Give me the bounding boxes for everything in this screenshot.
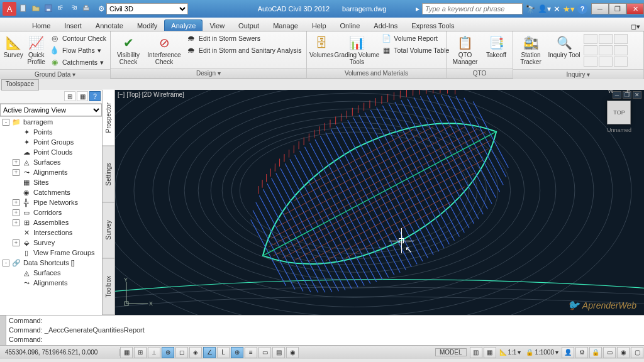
toolspace-icon-2[interactable]: ▦ xyxy=(77,91,88,101)
tab-view[interactable]: View xyxy=(203,19,231,31)
tab-insert[interactable]: Insert xyxy=(57,19,89,31)
viewport-label[interactable]: [−] [Top] [2D Wireframe] xyxy=(118,91,184,98)
search-input[interactable] xyxy=(422,3,523,14)
hardware-accel-icon[interactable]: ▭ xyxy=(603,347,616,358)
interference-check-button[interactable]: ⊘Interference Check xyxy=(145,33,184,67)
toolspace-help-icon[interactable]: ? xyxy=(89,91,101,101)
coordinates[interactable]: 455304.096, 7519646.521, 0.000 xyxy=(0,349,119,356)
inquiry-icon-9[interactable] xyxy=(614,57,628,67)
workspace-switch-icon[interactable]: ⚙ xyxy=(575,347,588,358)
storm-sewers-button[interactable]: 🌧Edit in Storm Sewers xyxy=(185,33,303,44)
catchments-button[interactable]: ◉Catchments ▾ xyxy=(48,57,108,68)
polar-toggle[interactable]: ⊕ xyxy=(162,347,174,358)
toolspace-label[interactable]: Toolspace xyxy=(1,79,39,90)
ortho-toggle[interactable]: ⟂ xyxy=(148,347,160,358)
new-icon[interactable] xyxy=(19,4,29,14)
sanitary-analysis-button[interactable]: 🌧Edit in Storm and Sanitary Analysis xyxy=(185,45,303,56)
inquiry-icon-6[interactable] xyxy=(614,45,628,55)
inquiry-tool-button[interactable]: 🔍Inquiry Tool xyxy=(547,33,581,60)
tab-online[interactable]: Online xyxy=(333,19,367,31)
command-prompt[interactable]: Command: xyxy=(9,335,641,344)
ribbon-collapse-icon[interactable]: ◻▾ xyxy=(631,23,640,31)
tree-node-surfaces[interactable]: ◬Surfaces xyxy=(0,268,102,278)
tree-node-alignments[interactable]: ⤳Alignments xyxy=(0,278,102,288)
snap-toggle[interactable]: ▦ xyxy=(120,347,133,358)
tree-node-view-frame-groups[interactable]: ▯View Frame Groups xyxy=(0,248,102,258)
tab-toolbox[interactable]: Toolbox xyxy=(103,259,114,315)
3dosnap-toggle[interactable]: ◈ xyxy=(189,347,202,358)
panel-title-inquiry[interactable]: Inquiry ▾ xyxy=(513,69,643,79)
inquiry-icon-3[interactable] xyxy=(614,34,628,44)
help-icon[interactable]: ? xyxy=(577,4,587,14)
toolspace-icon-1[interactable]: ⊞ xyxy=(64,91,75,101)
maximize-button[interactable]: ❐ xyxy=(609,3,626,14)
exchange-icon[interactable]: ✕ xyxy=(553,4,560,14)
qto-manager-button[interactable]: 📋QTO Manager xyxy=(449,33,481,67)
tree-node-data-shortcuts-[interactable]: -🔗Data Shortcuts [] xyxy=(0,258,102,268)
panel-title-design[interactable]: Design ▾ xyxy=(111,68,306,78)
quickview-layouts-icon[interactable]: ▥ xyxy=(470,347,482,358)
tree-node-points[interactable]: ✦Points xyxy=(0,127,102,137)
tab-settings[interactable]: Settings xyxy=(103,146,114,203)
tab-annotate[interactable]: Annotate xyxy=(89,19,130,31)
dyn-toggle[interactable]: ⊕ xyxy=(231,347,243,358)
grid-toggle[interactable]: ⊞ xyxy=(134,347,147,358)
qp-toggle[interactable]: ▤ xyxy=(272,347,285,358)
viewport-scale[interactable]: 🔒 1:1000▾ xyxy=(523,349,561,356)
tab-manage[interactable]: Manage xyxy=(266,19,305,31)
volumes-button[interactable]: 🗄Volumes xyxy=(309,33,333,60)
undo-icon[interactable] xyxy=(57,4,67,14)
inquiry-icon-5[interactable] xyxy=(599,45,613,55)
tab-modify[interactable]: Modify xyxy=(130,19,164,31)
flow-paths-button[interactable]: 💧Flow Paths ▾ xyxy=(48,45,108,56)
grading-volume-button[interactable]: 📊Grading Volume Tools xyxy=(335,33,379,67)
volume-table-button[interactable]: ▦Total Volume Table xyxy=(380,45,450,56)
app-icon[interactable]: A xyxy=(3,2,16,16)
tab-output[interactable]: Output xyxy=(231,19,266,31)
close-button[interactable]: ✕ xyxy=(626,3,644,14)
tree-node-sites[interactable]: ▦Sites xyxy=(0,177,102,187)
volume-report-button[interactable]: 📄Volume Report xyxy=(380,33,450,44)
tree-node-barragem[interactable]: -📁barragem xyxy=(0,117,102,127)
workspace-selector[interactable]: ⚙ Civil 3D xyxy=(98,3,188,14)
tab-help[interactable]: Help xyxy=(305,19,333,31)
view-selector[interactable]: Active Drawing View xyxy=(0,104,102,116)
print-icon[interactable] xyxy=(82,4,92,14)
station-tracker-button[interactable]: 🚉Station Tracker xyxy=(516,33,546,67)
favorite-icon[interactable]: ★▾ xyxy=(563,4,575,14)
clean-screen-icon[interactable]: ▢ xyxy=(631,347,643,358)
viewport-close-icon[interactable]: ✕ xyxy=(633,91,641,99)
drawing-canvas[interactable]: [−] [Top] [2D Wireframe] ─ ❐ ✕ WE TOP Un… xyxy=(115,90,644,315)
save-icon[interactable] xyxy=(44,4,54,14)
annoscale-icon[interactable]: 👤 xyxy=(562,347,574,358)
open-icon[interactable] xyxy=(31,4,42,14)
tree-node-point-clouds[interactable]: ☁Point Clouds xyxy=(0,147,102,157)
tab-addins[interactable]: Add-Ins xyxy=(367,19,404,31)
tree-node-survey[interactable]: +⬙Survey xyxy=(0,238,102,248)
signin-icon[interactable]: 👤▾ xyxy=(538,4,551,13)
binoculars-icon[interactable]: 🔭 xyxy=(525,4,535,14)
contour-check-button[interactable]: ◎Contour Check xyxy=(48,33,108,44)
tree-node-intersections[interactable]: ✕Intersections xyxy=(0,228,102,238)
toolbar-lock-icon[interactable]: 🔒 xyxy=(589,347,602,358)
survey-button[interactable]: 📐Survey xyxy=(3,33,24,60)
tpy-toggle[interactable]: ▭ xyxy=(258,347,271,358)
tab-home[interactable]: Home xyxy=(25,19,57,31)
quickview-drawings-icon[interactable]: ▦ xyxy=(484,347,496,358)
osnap-toggle[interactable]: ◻ xyxy=(175,347,188,358)
sc-toggle[interactable]: ◉ xyxy=(286,347,299,358)
redo-icon[interactable] xyxy=(69,4,79,14)
tab-analyze[interactable]: Analyze xyxy=(164,19,203,31)
panel-title-ground[interactable]: Ground Data ▾ xyxy=(0,69,110,79)
annotation-scale[interactable]: 📐 1:1▾ xyxy=(497,349,524,356)
quick-profile-button[interactable]: 📈Quick Profile xyxy=(25,33,47,67)
tree-node-pipe-networks[interactable]: +╬Pipe Networks xyxy=(0,197,102,207)
inquiry-icon-1[interactable] xyxy=(584,34,597,44)
ducs-toggle[interactable]: L xyxy=(217,347,230,358)
view-cube[interactable]: WE TOP Unnamed xyxy=(607,102,631,133)
tab-prospector[interactable]: Prospector xyxy=(103,90,114,146)
tree-node-assemblies[interactable]: +⊞Assemblies xyxy=(0,217,102,228)
inquiry-icon-8[interactable] xyxy=(599,57,613,67)
model-space-button[interactable]: MODEL xyxy=(435,348,467,356)
lwt-toggle[interactable]: ≡ xyxy=(245,347,257,358)
